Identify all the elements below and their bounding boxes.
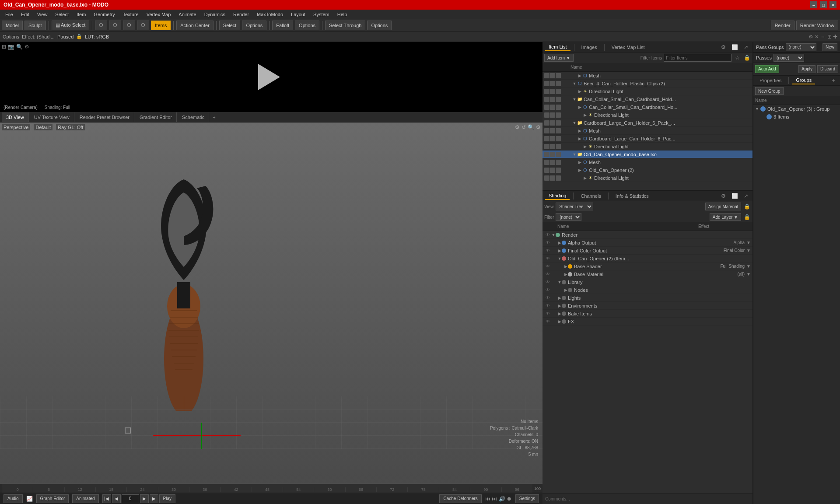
shader-effect-dropdown-4[interactable]: ▼ [746,264,751,269]
shader-expand-1[interactable]: ▶ [557,241,562,245]
discard-button[interactable]: Discard [817,65,838,73]
shader-item-9[interactable]: 👁▶Environments [542,302,752,310]
menu-item-render[interactable]: Render [230,11,252,18]
viewport-3d[interactable]: Perspective Default Ray GL: Off ⚙ ↺ 🔍 ⚙ [0,122,542,484]
vis-icon-1-item-11[interactable] [550,160,555,165]
filter-items-input[interactable] [664,54,732,62]
menu-item-help[interactable]: Help [334,11,351,18]
tab-3dview[interactable]: 3D View [2,112,29,122]
tree-expand-13[interactable]: ▶ [583,176,587,180]
menu-item-animate[interactable]: Animate [175,11,200,18]
menu-item-select[interactable]: Select [52,11,72,18]
options-button-2[interactable]: Options [295,21,319,30]
minimize-button[interactable]: – [810,1,817,8]
vis-icon-0-item-11[interactable] [544,160,550,165]
tab-images[interactable]: Images [578,44,601,51]
tree-item-12[interactable]: ▶⬡Old_Can_Opener (2) [542,166,752,174]
groups-tree-item-1[interactable]: 3 Items [753,113,840,121]
falloff-button[interactable]: Falloff [272,21,293,30]
vis-icon-2-item-4[interactable] [556,105,561,110]
tab-vertex-map-list[interactable]: Vertex Map List [608,44,648,51]
shader-eye-0[interactable]: 👁 [544,232,551,237]
tree-item-13[interactable]: ▶☀Directional Light [542,174,752,182]
shader-expand-11[interactable]: ▶ [557,319,562,324]
shader-item-3[interactable]: 👁▼Old_Can_Opener (2) (Item... [542,255,752,262]
shader-expand-4[interactable]: ▶ [564,264,568,269]
tree-item-11[interactable]: ▶⬡Mesh [542,158,752,166]
vis-icon-2-item-7[interactable] [556,128,561,133]
icon-btn-2[interactable]: ⬡ [109,21,121,30]
menu-item-texture[interactable]: Texture [119,11,142,18]
tab-info-stats[interactable]: Info & Statistics [612,192,652,200]
play-button-large[interactable] [258,64,284,90]
tab-add-button[interactable]: + [210,114,218,121]
play-forward-button[interactable]: ▶ [150,494,158,503]
vis-icon-2-item-2[interactable] [556,89,561,94]
tree-item-7[interactable]: ▶⬡Mesh [542,127,752,135]
vis-icon-1-item-8[interactable] [550,136,555,141]
shader-expand-3[interactable]: ▼ [557,256,562,261]
render-window-button[interactable]: Render Window [796,21,838,30]
close-button[interactable]: ✕ [830,1,836,8]
shader-expand-9[interactable]: ▶ [557,304,562,308]
vis-icon-0-item-4[interactable] [544,105,550,110]
vp-settings-icon[interactable]: ⚙ [515,124,520,130]
tab-schematic[interactable]: Schematic [178,112,209,122]
tree-expand-4[interactable]: ▶ [578,105,582,109]
items-button[interactable]: Items [151,21,171,30]
shader-eye-11[interactable]: 👁 [544,319,551,324]
vis-icon-0-item-8[interactable] [544,136,550,141]
menu-item-dynamics[interactable]: Dynamics [201,11,229,18]
shading-settings-icon[interactable]: ⚙ [719,192,727,200]
panel-maximize-icon[interactable]: ⬜ [731,43,738,51]
action-center-button[interactable]: Action Center [176,21,214,30]
maximize-button[interactable]: □ [820,1,827,8]
settings-button[interactable]: Settings [515,494,539,503]
vis-icon-0-item-6[interactable] [544,120,550,126]
timeline-ruler[interactable]: 06121824303642485460667278849096 [2,484,532,493]
tab-renderpreset[interactable]: Render Preset Browser [75,112,134,122]
auto-add-button[interactable]: Auto Add [755,65,779,73]
new-group-button[interactable]: New Group [755,87,784,95]
shader-item-8[interactable]: 👁▶Lights [542,294,752,302]
panel-float-icon[interactable]: ↗ [742,43,750,51]
apply-button[interactable]: Apply [798,65,816,73]
tree-expand-7[interactable]: ▶ [578,129,582,133]
shader-eye-8[interactable]: 👁 [544,295,551,300]
assign-material-button[interactable]: Assign Material [705,203,741,210]
tree-item-2[interactable]: ▶☀Directional Light [542,88,752,95]
select-through-button[interactable]: Select Through [325,21,365,30]
vis-icon-1-item-12[interactable] [550,168,555,173]
shader-expand-10[interactable]: ▶ [557,312,562,316]
shader-eye-4[interactable]: 👁 [544,264,551,269]
icon-btn-3[interactable]: ⬡ [123,21,135,30]
tree-expand-6[interactable]: ▼ [572,121,577,125]
menu-item-layout[interactable]: Layout [287,11,309,18]
tab-shading[interactable]: Shading [545,192,570,200]
shader-eye-3[interactable]: 👁 [544,256,551,261]
vis-icon-2-item-3[interactable] [556,97,561,102]
menu-item-item[interactable]: Item [73,11,89,18]
select-button[interactable]: Select [219,21,241,30]
shader-item-4[interactable]: 👁▶Base ShaderFull Shading▼ [542,262,752,270]
shader-eye-6[interactable]: 👁 [544,280,551,284]
tree-expand-8[interactable]: ▶ [578,136,582,141]
shader-eye-7[interactable]: 👁 [544,287,551,292]
render-button[interactable]: Render [771,21,794,30]
pass-groups-select[interactable]: (none) [786,43,816,51]
shader-eye-9[interactable]: 👁 [544,303,551,308]
shader-item-10[interactable]: 👁▶Bake Items [542,310,752,318]
groups-expand-0[interactable]: ▼ [755,107,760,111]
vis-icon-0-item-1[interactable] [544,81,550,86]
icon-btn-4[interactable]: ⬡ [137,21,149,30]
vis-icon-0-item-0[interactable] [544,73,550,78]
menu-item-system[interactable]: System [310,11,333,18]
vis-icon-1-item-1[interactable] [550,81,555,86]
tree-expand-3[interactable]: ▼ [572,97,577,102]
shader-eye-2[interactable]: 👁 [544,248,551,253]
tree-item-8[interactable]: ▶⬡Cardboard_Large_Can_Holder_6_Pac... [542,135,752,143]
shader-expand-2[interactable]: ▶ [557,248,562,253]
shader-eye-10[interactable]: 👁 [544,311,551,316]
filter-star-icon[interactable]: ☆ [733,54,741,62]
tab-item-list[interactable]: Item List [545,43,570,51]
